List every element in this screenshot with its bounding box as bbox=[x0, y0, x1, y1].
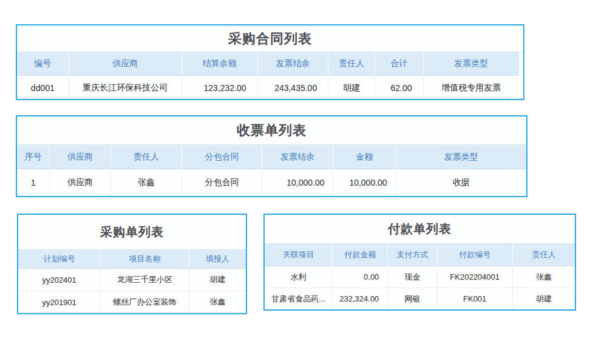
column-header-project-name: 项目名称 bbox=[101, 250, 189, 269]
cell-payment-method: 网银 bbox=[388, 288, 437, 310]
column-header-total: 合计 bbox=[375, 52, 423, 76]
purchase-orders-title: 采购单列表 bbox=[18, 215, 246, 250]
cell-owner: 张鑫 bbox=[512, 266, 575, 288]
table-row: yy202401 龙湖三千里小区 胡建 bbox=[18, 269, 246, 291]
cell-supplier: 供应商 bbox=[50, 169, 111, 197]
receipt-notes-table: 序号 供应商 责任人 分包合同 发票结余 金额 发票类型 1 供应商 张鑫 分包… bbox=[17, 145, 526, 196]
column-header-filler: 填报人 bbox=[189, 250, 246, 269]
cell-owner: 张鑫 bbox=[110, 169, 181, 197]
cell-related-project: 甘肃省食品药... bbox=[265, 288, 333, 310]
cell-subcontract: 分包合同 bbox=[182, 169, 262, 197]
table-row: 水利 0.00 现金 FK202204001 张鑫 bbox=[265, 266, 575, 288]
purchase-contracts-table: 编号 供应商 结算余额 发票结余 责任人 合计 发票类型 dd001 重庆长江环… bbox=[17, 52, 519, 99]
column-header-subcontract: 分包合同 bbox=[182, 145, 262, 169]
column-header-owner: 责任人 bbox=[328, 52, 375, 76]
cell-plan-code: yy201901 bbox=[18, 291, 101, 314]
receipt-notes-panel: 收票单列表 序号 供应商 责任人 分包合同 发票结余 金额 发票类型 1 供应商… bbox=[16, 115, 527, 197]
column-header-payment-method: 支付方式 bbox=[388, 244, 437, 266]
header-row: 序号 供应商 责任人 分包合同 发票结余 金额 发票类型 bbox=[17, 145, 526, 169]
column-header-owner: 责任人 bbox=[110, 145, 181, 169]
report-page: { "colors": { "panel_border": "#27a9e0",… bbox=[0, 0, 607, 364]
column-header-supplier: 供应商 bbox=[69, 52, 181, 76]
cell-owner: 胡建 bbox=[328, 76, 375, 100]
cell-payment-method: 现金 bbox=[388, 266, 437, 288]
cell-project-name: 螺丝厂办公室装饰 bbox=[101, 291, 189, 314]
cell-plan-code: yy202401 bbox=[18, 269, 101, 291]
header-row: 计划编号 项目名称 填报人 bbox=[18, 250, 246, 269]
column-header-payment-code: 付款编号 bbox=[437, 244, 512, 266]
cell-invoice-balance: 243,435.00 bbox=[257, 76, 328, 100]
purchase-orders-panel: 采购单列表 计划编号 项目名称 填报人 yy202401 龙湖三千里小区 胡建 … bbox=[17, 214, 247, 314]
table-row: dd001 重庆长江环保科技公司 123,232.00 243,435.00 胡… bbox=[17, 76, 519, 100]
cell-payment-amount: 0.00 bbox=[333, 266, 388, 288]
column-header-settlement-balance: 结算余额 bbox=[181, 52, 257, 76]
cell-related-project: 水利 bbox=[265, 266, 333, 288]
column-header-owner: 责任人 bbox=[512, 244, 575, 266]
cell-filler: 张鑫 bbox=[189, 291, 246, 314]
cell-settlement-balance: 123,232.00 bbox=[181, 76, 257, 100]
cell-filler: 胡建 bbox=[189, 269, 246, 291]
cell-index: 1 bbox=[17, 169, 50, 197]
table-row: 甘肃省食品药... 232,324.00 网银 FK001 胡建 bbox=[265, 288, 575, 310]
column-header-plan-code: 计划编号 bbox=[18, 250, 101, 269]
cell-payment-code: FK202204001 bbox=[437, 266, 512, 288]
cell-payment-amount: 232,324.00 bbox=[333, 288, 388, 310]
table-row: yy201901 螺丝厂办公室装饰 张鑫 bbox=[18, 291, 246, 314]
cell-invoice-type: 增值税专用发票 bbox=[423, 76, 519, 100]
cell-project-name: 龙湖三千里小区 bbox=[101, 269, 189, 291]
receipt-notes-title: 收票单列表 bbox=[17, 116, 526, 145]
cell-total: 62.00 bbox=[375, 76, 423, 100]
cell-code: dd001 bbox=[17, 76, 69, 100]
purchase-contracts-title: 采购合同列表 bbox=[17, 25, 523, 52]
column-header-invoice-type: 发票类型 bbox=[423, 52, 519, 76]
column-header-invoice-balance: 发票结余 bbox=[262, 145, 333, 169]
column-header-payment-amount: 付款金额 bbox=[333, 244, 388, 266]
purchase-contracts-panel: 采购合同列表 编号 供应商 结算余额 发票结余 责任人 合计 发票类型 dd00… bbox=[16, 24, 524, 100]
column-header-amount: 金额 bbox=[333, 145, 396, 169]
column-header-invoice-type: 发票类型 bbox=[396, 145, 526, 169]
cell-invoice-type: 收据 bbox=[396, 169, 526, 197]
column-header-supplier: 供应商 bbox=[50, 145, 111, 169]
cell-invoice-balance: 10,000.00 bbox=[262, 169, 333, 197]
column-header-related-project: 关联项目 bbox=[265, 244, 333, 266]
table-row: 1 供应商 张鑫 分包合同 10,000.00 10,000.00 收据 bbox=[17, 169, 526, 197]
column-header-code: 编号 bbox=[17, 52, 69, 76]
purchase-orders-table: 计划编号 项目名称 填报人 yy202401 龙湖三千里小区 胡建 yy2019… bbox=[18, 250, 246, 313]
header-row: 关联项目 付款金额 支付方式 付款编号 责任人 bbox=[265, 244, 575, 266]
header-row: 编号 供应商 结算余额 发票结余 责任人 合计 发票类型 bbox=[17, 52, 519, 76]
column-header-index: 序号 bbox=[17, 145, 50, 169]
cell-amount: 10,000.00 bbox=[333, 169, 396, 197]
cell-payment-code: FK001 bbox=[437, 288, 512, 310]
cell-owner: 胡建 bbox=[512, 288, 575, 310]
column-header-invoice-balance: 发票结余 bbox=[257, 52, 328, 76]
payment-notes-title: 付款单列表 bbox=[265, 215, 575, 244]
payment-notes-table: 关联项目 付款金额 支付方式 付款编号 责任人 水利 0.00 现金 FK202… bbox=[265, 244, 575, 309]
cell-supplier: 重庆长江环保科技公司 bbox=[69, 76, 181, 100]
payment-notes-panel: 付款单列表 关联项目 付款金额 支付方式 付款编号 责任人 水利 0.00 现金… bbox=[263, 214, 576, 311]
